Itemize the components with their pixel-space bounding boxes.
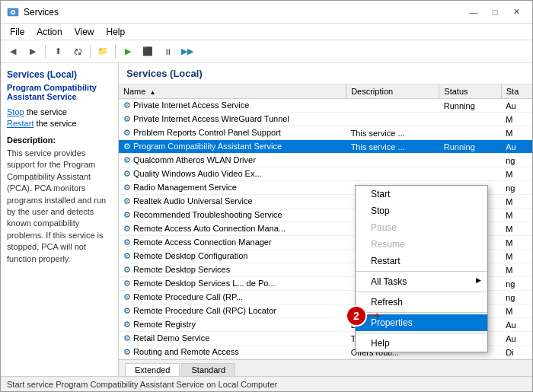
main-window: Services — □ ✕ File Action View Help ◀ ▶… <box>0 0 533 392</box>
service-startup-cell: M <box>501 113 532 126</box>
toolbar-folder[interactable]: 📁 <box>94 43 112 61</box>
col-description[interactable]: Description <box>346 84 439 99</box>
service-startup-cell: Au <box>501 332 532 346</box>
menu-action[interactable]: Action <box>30 25 68 39</box>
service-startup-cell: M <box>501 195 532 209</box>
service-startup-cell: Au <box>501 318 532 332</box>
context-menu-item-all-tasks[interactable]: All Tasks <box>356 273 487 290</box>
toolbar-back[interactable]: ◀ <box>4 43 22 61</box>
status-bar: Start service Program Compatibility Assi… <box>1 376 532 391</box>
service-status-cell <box>439 126 501 140</box>
toolbar-forward[interactable]: ▶ <box>24 43 42 61</box>
col-name[interactable]: Name ▲ <box>119 84 346 99</box>
context-menu: StartStopPauseResumeRestartAll TasksRefr… <box>355 185 488 352</box>
service-name-cell: ⚙ Recommended Troubleshooting Service <box>119 209 346 222</box>
service-startup-cell: M <box>501 222 532 236</box>
toolbar-sep2 <box>90 45 91 59</box>
minimize-button[interactable]: — <box>464 5 484 20</box>
context-menu-item-pause: Pause <box>356 219 487 236</box>
service-name-cell: ⚙ Program Compatibility Assistant Servic… <box>119 140 346 154</box>
maximize-button[interactable]: □ <box>485 5 505 20</box>
service-name-cell: ⚙ Remote Desktop Services L... de Po... <box>119 277 346 291</box>
table-row[interactable]: ⚙ Private Internet Access WireGuard Tunn… <box>119 113 532 126</box>
service-name-cell: ⚙ Retail Demo Service <box>119 332 346 346</box>
menu-view[interactable]: View <box>69 25 101 39</box>
stop-link[interactable]: Stop <box>7 107 24 116</box>
table-header: Name ▲ Description Status Sta <box>119 84 532 99</box>
title-bar: Services — □ ✕ <box>1 1 532 24</box>
table-row[interactable]: ⚙ Quality Windows Audio Video Ex...M <box>119 167 532 181</box>
col-startup[interactable]: Sta <box>501 84 532 99</box>
service-desc-cell: This service ... <box>346 140 439 154</box>
window-controls: — □ ✕ <box>464 5 526 20</box>
toolbar-refresh[interactable]: 🗘 <box>69 43 87 61</box>
col-status[interactable]: Status <box>439 84 501 99</box>
service-name-cell: ⚙ Private Internet Access Service <box>119 99 346 113</box>
close-button[interactable]: ✕ <box>506 5 526 20</box>
service-desc-cell <box>346 113 439 126</box>
service-startup-cell: Di <box>501 346 532 359</box>
menu-help[interactable]: Help <box>101 25 132 39</box>
service-startup-cell: M <box>501 236 532 250</box>
app-icon <box>7 6 19 18</box>
service-startup-cell: ng <box>501 154 532 167</box>
context-menu-item-restart[interactable]: Restart <box>356 253 487 269</box>
annotation-badge-2: 2 <box>346 305 367 327</box>
service-status-cell: Running <box>439 140 501 154</box>
service-name-cell: ⚙ Remote Desktop Services <box>119 263 346 277</box>
context-menu-separator <box>356 271 487 272</box>
svg-point-2 <box>12 11 14 13</box>
toolbar-sep3 <box>115 45 116 59</box>
service-startup-cell: ng <box>501 181 532 195</box>
toolbar-stop[interactable]: ⬛ <box>139 43 157 61</box>
arrow-indicator: → <box>365 304 383 325</box>
service-startup-cell: M <box>501 126 532 140</box>
tab-standard[interactable]: Standard <box>181 363 235 376</box>
service-status-cell <box>439 113 501 126</box>
service-name-cell: ⚙ Quality Windows Audio Video Ex... <box>119 167 346 181</box>
table-row[interactable]: ⚙ Private Internet Access ServiceRunning… <box>119 99 532 113</box>
panel-title: Services (Local) <box>119 63 532 84</box>
stop-action: Stop the service <box>7 107 112 116</box>
context-menu-item-stop[interactable]: Stop <box>356 202 487 219</box>
table-row[interactable]: ⚙ Qualcomm Atheros WLAN Driverng <box>119 154 532 167</box>
description-text: This service provides support for the Pr… <box>7 148 112 265</box>
service-startup-cell: M <box>501 250 532 263</box>
context-menu-separator <box>356 333 487 333</box>
service-desc-cell <box>346 154 439 167</box>
toolbar-sep1 <box>45 45 46 59</box>
table-row[interactable]: ⚙ Program Compatibility Assistant Servic… <box>119 140 532 154</box>
service-name-cell: ⚙ Remote Access Auto Connection Mana... <box>119 222 346 236</box>
service-status-cell <box>439 154 501 167</box>
service-startup-cell: M <box>501 167 532 181</box>
menu-file[interactable]: File <box>4 25 30 39</box>
context-menu-separator <box>356 292 487 292</box>
restart-link[interactable]: Restart <box>7 119 34 128</box>
toolbar-play[interactable]: ▶ <box>119 43 137 61</box>
restart-action: Restart the service <box>7 119 112 128</box>
context-menu-item-start[interactable]: Start <box>356 186 487 202</box>
table-row[interactable]: ⚙ Problem Reports Control Panel SupportT… <box>119 126 532 140</box>
left-panel: Services (Local) Program Compatibility A… <box>1 63 119 376</box>
left-panel-title: Services (Local) <box>7 69 112 80</box>
service-name-cell: ⚙ Remote Procedure Call (RPC) Locator <box>119 304 346 318</box>
toolbar-pause[interactable]: ⏸ <box>158 43 177 61</box>
context-menu-item-help[interactable]: Help <box>356 335 487 352</box>
tab-extended[interactable]: Extended <box>125 363 180 376</box>
service-status-cell <box>439 167 501 181</box>
toolbar-restart[interactable]: ▶▶ <box>178 43 196 61</box>
service-desc-cell <box>346 99 439 113</box>
right-panel: Services (Local) Name ▲ Description Stat… <box>119 63 532 376</box>
bottom-tabs: Extended Standard <box>119 359 532 376</box>
service-name-cell: ⚙ Routing and Remote Access <box>119 346 346 359</box>
service-name-cell: ⚙ Private Internet Access WireGuard Tunn… <box>119 113 346 126</box>
service-name-heading: Program Compatibility Assistant Service <box>7 83 112 101</box>
toolbar-up[interactable]: ⬆ <box>49 43 67 61</box>
title-bar-left: Services <box>7 6 59 18</box>
service-startup-cell: ng <box>501 291 532 304</box>
service-startup-cell: M <box>501 209 532 222</box>
description-title: Description: <box>7 135 112 145</box>
service-status-cell: Running <box>439 99 501 113</box>
service-startup-cell: M <box>501 304 532 318</box>
service-startup-cell: Au <box>501 99 532 113</box>
